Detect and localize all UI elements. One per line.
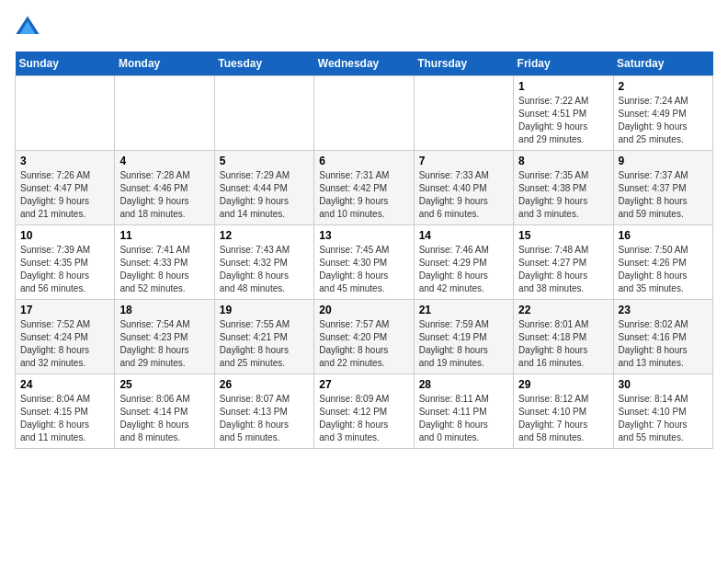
calendar-cell [214,76,313,151]
day-number: 24 [20,378,109,391]
day-info: Sunrise: 8:02 AM Sunset: 4:16 PM Dayligh… [619,318,708,370]
day-number: 9 [619,155,708,167]
calendar-cell: 19Sunrise: 7:55 AM Sunset: 4:21 PM Dayli… [214,300,313,374]
calendar-cell: 2Sunrise: 7:24 AM Sunset: 4:49 PM Daylig… [613,76,712,151]
day-info: Sunrise: 8:12 AM Sunset: 4:10 PM Dayligh… [518,393,608,444]
day-number: 30 [619,378,708,391]
calendar-cell: 18Sunrise: 7:54 AM Sunset: 4:23 PM Dayli… [115,300,214,374]
calendar-week-3: 10Sunrise: 7:39 AM Sunset: 4:35 PM Dayli… [16,225,713,300]
day-info: Sunrise: 8:14 AM Sunset: 4:10 PM Dayligh… [619,393,708,444]
day-info: Sunrise: 7:31 AM Sunset: 4:42 PM Dayligh… [319,169,408,221]
day-info: Sunrise: 7:35 AM Sunset: 4:38 PM Dayligh… [518,169,608,221]
day-info: Sunrise: 7:29 AM Sunset: 4:44 PM Dayligh… [220,169,309,221]
day-header-wednesday: Wednesday [314,52,414,76]
calendar-cell: 23Sunrise: 8:02 AM Sunset: 4:16 PM Dayli… [613,300,712,374]
day-info: Sunrise: 7:28 AM Sunset: 4:46 PM Dayligh… [119,169,209,221]
day-info: Sunrise: 7:46 AM Sunset: 4:29 PM Dayligh… [419,244,508,295]
day-info: Sunrise: 7:50 AM Sunset: 4:26 PM Dayligh… [619,244,708,295]
day-header-thursday: Thursday [414,52,513,76]
day-number: 23 [619,304,708,316]
calendar-cell [414,76,513,151]
calendar-cell: 16Sunrise: 7:50 AM Sunset: 4:26 PM Dayli… [613,225,712,300]
day-number: 12 [220,229,309,242]
day-number: 2 [619,80,708,93]
calendar-cell: 4Sunrise: 7:28 AM Sunset: 4:46 PM Daylig… [115,151,214,225]
day-info: Sunrise: 7:39 AM Sunset: 4:35 PM Dayligh… [20,244,109,295]
day-header-saturday: Saturday [613,52,712,76]
calendar-cell: 30Sunrise: 8:14 AM Sunset: 4:10 PM Dayli… [613,374,712,449]
day-info: Sunrise: 8:04 AM Sunset: 4:15 PM Dayligh… [20,393,109,444]
day-header-monday: Monday [115,52,214,76]
day-number: 6 [319,155,408,167]
day-info: Sunrise: 8:01 AM Sunset: 4:18 PM Dayligh… [518,318,608,370]
day-number: 13 [319,229,408,242]
calendar-cell: 24Sunrise: 8:04 AM Sunset: 4:15 PM Dayli… [16,374,115,449]
calendar-cell: 12Sunrise: 7:43 AM Sunset: 4:32 PM Dayli… [214,225,313,300]
day-number: 5 [220,155,309,167]
calendar-cell: 11Sunrise: 7:41 AM Sunset: 4:33 PM Dayli… [115,225,214,300]
day-info: Sunrise: 7:24 AM Sunset: 4:49 PM Dayligh… [619,95,708,146]
day-info: Sunrise: 8:09 AM Sunset: 4:12 PM Dayligh… [319,393,408,444]
day-info: Sunrise: 8:11 AM Sunset: 4:11 PM Dayligh… [419,393,508,444]
day-number: 22 [518,304,608,316]
day-number: 29 [518,378,608,391]
day-info: Sunrise: 7:22 AM Sunset: 4:51 PM Dayligh… [518,95,608,146]
calendar-cell: 17Sunrise: 7:52 AM Sunset: 4:24 PM Dayli… [16,300,115,374]
calendar-cell: 10Sunrise: 7:39 AM Sunset: 4:35 PM Dayli… [16,225,115,300]
calendar-cell: 9Sunrise: 7:37 AM Sunset: 4:37 PM Daylig… [613,151,712,225]
day-info: Sunrise: 7:55 AM Sunset: 4:21 PM Dayligh… [220,318,309,370]
page-header [15,15,713,40]
calendar-cell: 1Sunrise: 7:22 AM Sunset: 4:51 PM Daylig… [514,76,613,151]
calendar-cell: 29Sunrise: 8:12 AM Sunset: 4:10 PM Dayli… [514,374,613,449]
day-number: 16 [619,229,708,242]
day-info: Sunrise: 7:37 AM Sunset: 4:37 PM Dayligh… [619,169,708,221]
day-number: 28 [419,378,508,391]
calendar-cell: 5Sunrise: 7:29 AM Sunset: 4:44 PM Daylig… [214,151,313,225]
calendar-body: 1Sunrise: 7:22 AM Sunset: 4:51 PM Daylig… [16,76,713,449]
day-number: 7 [419,155,508,167]
day-number: 18 [119,304,209,316]
day-number: 27 [319,378,408,391]
logo [15,15,44,40]
calendar-cell [314,76,414,151]
calendar-table: SundayMondayTuesdayWednesdayThursdayFrid… [15,52,713,449]
day-number: 17 [20,304,109,316]
calendar-week-1: 1Sunrise: 7:22 AM Sunset: 4:51 PM Daylig… [16,76,713,151]
day-info: Sunrise: 8:07 AM Sunset: 4:13 PM Dayligh… [220,393,309,444]
calendar-cell: 20Sunrise: 7:57 AM Sunset: 4:20 PM Dayli… [314,300,414,374]
day-number: 15 [518,229,608,242]
calendar-cell: 8Sunrise: 7:35 AM Sunset: 4:38 PM Daylig… [514,151,613,225]
calendar-cell: 26Sunrise: 8:07 AM Sunset: 4:13 PM Dayli… [214,374,313,449]
calendar-week-4: 17Sunrise: 7:52 AM Sunset: 4:24 PM Dayli… [16,300,713,374]
calendar-cell [16,76,115,151]
day-number: 11 [119,229,209,242]
day-number: 25 [119,378,209,391]
day-number: 26 [220,378,309,391]
day-number: 14 [419,229,508,242]
logo-icon [15,15,40,40]
day-info: Sunrise: 7:26 AM Sunset: 4:47 PM Dayligh… [20,169,109,221]
day-number: 8 [518,155,608,167]
day-header-tuesday: Tuesday [214,52,313,76]
calendar-cell: 21Sunrise: 7:59 AM Sunset: 4:19 PM Dayli… [414,300,513,374]
calendar-cell: 3Sunrise: 7:26 AM Sunset: 4:47 PM Daylig… [16,151,115,225]
calendar-week-5: 24Sunrise: 8:04 AM Sunset: 4:15 PM Dayli… [16,374,713,449]
day-info: Sunrise: 7:57 AM Sunset: 4:20 PM Dayligh… [319,318,408,370]
day-info: Sunrise: 7:41 AM Sunset: 4:33 PM Dayligh… [119,244,209,295]
calendar-cell: 13Sunrise: 7:45 AM Sunset: 4:30 PM Dayli… [314,225,414,300]
calendar-cell [115,76,214,151]
day-info: Sunrise: 7:59 AM Sunset: 4:19 PM Dayligh… [419,318,508,370]
day-number: 10 [20,229,109,242]
calendar-cell: 27Sunrise: 8:09 AM Sunset: 4:12 PM Dayli… [314,374,414,449]
day-number: 20 [319,304,408,316]
day-info: Sunrise: 7:52 AM Sunset: 4:24 PM Dayligh… [20,318,109,370]
day-number: 21 [419,304,508,316]
calendar-cell: 7Sunrise: 7:33 AM Sunset: 4:40 PM Daylig… [414,151,513,225]
day-info: Sunrise: 7:45 AM Sunset: 4:30 PM Dayligh… [319,244,408,295]
calendar-week-2: 3Sunrise: 7:26 AM Sunset: 4:47 PM Daylig… [16,151,713,225]
day-info: Sunrise: 8:06 AM Sunset: 4:14 PM Dayligh… [119,393,209,444]
day-info: Sunrise: 7:33 AM Sunset: 4:40 PM Dayligh… [419,169,508,221]
day-number: 19 [220,304,309,316]
day-header-sunday: Sunday [16,52,115,76]
day-info: Sunrise: 7:54 AM Sunset: 4:23 PM Dayligh… [119,318,209,370]
